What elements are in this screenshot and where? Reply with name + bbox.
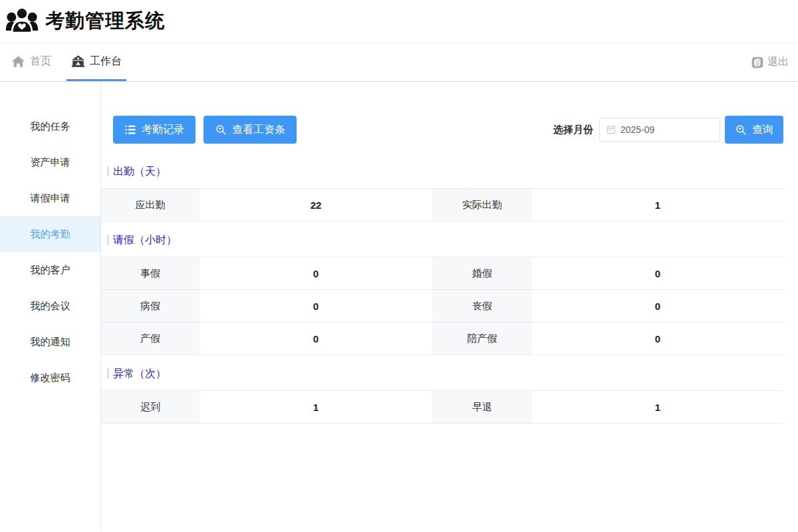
sidebar-item-my-tasks[interactable]: 我的任务	[0, 108, 100, 144]
page-body: 我的任务资产申请请假申请我的考勤我的客户我的会议我的通知修改密码 考勤记录	[0, 82, 798, 531]
search-icon	[735, 124, 747, 136]
sidebar-item-change-password[interactable]: 修改密码	[0, 360, 100, 396]
nav-spacer	[137, 43, 748, 81]
table-row: 事假0婚假0	[101, 257, 783, 290]
app-header: 考勤管理系统	[0, 0, 798, 43]
logout-button[interactable]: 退出	[748, 43, 791, 81]
cell-label: 丧假	[432, 290, 532, 322]
table-row: 迟到1早退1	[101, 391, 783, 424]
cell-value: 0	[532, 290, 783, 322]
search-icon	[215, 124, 227, 136]
nav-tab-home[interactable]: 首页	[7, 43, 56, 81]
nav-tab-workbench[interactable]: 工作台	[66, 43, 126, 81]
cell-label: 陪产假	[432, 323, 532, 354]
query-label: 查询	[752, 123, 773, 137]
table-row: 产假0陪产假0	[101, 323, 783, 355]
sidebar-item-my-meetings[interactable]: 我的会议	[0, 288, 100, 324]
workbench-icon	[71, 55, 85, 68]
cell-value: 0	[532, 323, 783, 354]
cell-value: 0	[200, 257, 432, 289]
sidebar: 我的任务资产申请请假申请我的考勤我的客户我的会议我的通知修改密码	[0, 82, 101, 531]
section-title: 出勤（天）	[101, 153, 783, 189]
list-icon	[124, 124, 136, 136]
main-content: 考勤记录 查看工资条 选择月份	[101, 82, 798, 531]
query-button[interactable]: 查询	[725, 116, 783, 144]
cell-value: 22	[200, 189, 432, 221]
nav-bar: 首页 工作台	[0, 43, 798, 82]
section-title: 异常（次）	[101, 355, 783, 391]
app-title: 考勤管理系统	[45, 8, 165, 35]
logout-label: 退出	[767, 55, 789, 69]
section-title: 请假（小时）	[101, 221, 783, 257]
sidebar-item-my-attendance[interactable]: 我的考勤	[0, 216, 100, 252]
month-select-label: 选择月份	[553, 124, 593, 136]
section-0: 出勤（天）应出勤22实际出勤1	[101, 153, 783, 221]
sidebar-item-asset-request[interactable]: 资产申请	[0, 144, 100, 180]
cell-value: 0	[200, 323, 432, 354]
sidebar-item-leave-request[interactable]: 请假申请	[0, 180, 100, 216]
cell-label: 婚假	[432, 257, 532, 289]
cell-label: 早退	[432, 391, 532, 423]
attendance-sections: 出勤（天）应出勤22实际出勤1请假（小时）事假0婚假0病假0丧假0产假0陪产假0…	[101, 153, 783, 424]
attendance-record-label: 考勤记录	[142, 123, 184, 137]
table-row: 应出勤22实际出勤1	[101, 189, 783, 221]
cell-value: 0	[200, 290, 432, 322]
cell-value: 1	[200, 391, 432, 423]
cell-label: 迟到	[101, 391, 200, 423]
cell-label: 产假	[101, 323, 200, 354]
section-1: 请假（小时）事假0婚假0病假0丧假0产假0陪产假0	[101, 221, 783, 355]
cell-value: 1	[532, 189, 783, 221]
app-logo-icon	[5, 5, 39, 38]
month-value: 2025-09	[620, 124, 654, 135]
section-2: 异常（次）迟到1早退1	[101, 355, 783, 424]
nav-tab-home-label: 首页	[30, 55, 51, 68]
cell-value: 1	[532, 391, 783, 423]
cell-label: 实际出勤	[432, 189, 532, 221]
nav-tab-workbench-label: 工作台	[90, 55, 122, 68]
view-payslip-label: 查看工资条	[232, 123, 285, 137]
calendar-icon	[606, 125, 616, 134]
view-payslip-button[interactable]: 查看工资条	[203, 116, 297, 144]
logout-hand-icon	[751, 56, 764, 69]
attendance-record-button[interactable]: 考勤记录	[113, 116, 196, 144]
cell-label: 事假	[101, 257, 200, 289]
cell-value: 0	[532, 257, 783, 289]
cell-label: 应出勤	[101, 189, 200, 221]
toolbar: 考勤记录 查看工资条 选择月份	[113, 116, 783, 144]
home-icon	[11, 55, 25, 68]
table-row: 病假0丧假0	[101, 290, 783, 323]
cell-label: 病假	[101, 290, 200, 322]
sidebar-item-my-customers[interactable]: 我的客户	[0, 252, 100, 288]
sidebar-item-my-notices[interactable]: 我的通知	[0, 324, 100, 360]
month-picker-input[interactable]: 2025-09	[599, 118, 720, 142]
